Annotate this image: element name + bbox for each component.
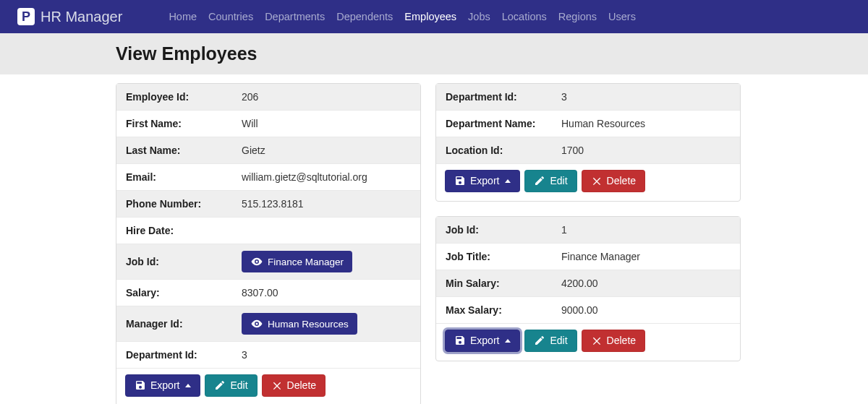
job-actions: Export Edit Delete (436, 324, 740, 361)
export-label: Export (470, 175, 499, 187)
field-label: Manager Id: (126, 318, 242, 330)
field-label: Phone Number: (126, 198, 242, 210)
nav-regions[interactable]: Regions (558, 11, 597, 22)
page-title: View Employees (116, 43, 868, 64)
employee-column: Employee Id:206 First Name:Will Last Nam… (116, 83, 421, 404)
caret-up-icon (505, 339, 511, 343)
field-label: Department Id: (126, 349, 242, 361)
field-label: First Name: (126, 118, 242, 129)
field-value: 3 (242, 349, 411, 361)
delete-button[interactable]: Delete (582, 170, 645, 192)
field-label: Last Name: (126, 145, 242, 156)
job-card: Job Id:1 Job Title:Finance Manager Min S… (435, 216, 741, 361)
export-label: Export (150, 379, 179, 392)
edit-label: Edit (550, 175, 567, 187)
close-icon (591, 175, 603, 186)
edit-label: Edit (230, 379, 247, 392)
field-value: 9000.00 (561, 304, 731, 316)
nav-users[interactable]: Users (608, 11, 636, 22)
field-label: Email: (126, 171, 242, 183)
field-label: Department Id: (446, 91, 561, 103)
edit-button[interactable]: Edit (524, 170, 576, 192)
field-label: Employee Id: (126, 91, 242, 103)
chip-label: Finance Manager (268, 257, 344, 267)
field-value: william.gietz@sqltutorial.org (242, 171, 411, 183)
caret-up-icon (185, 384, 191, 387)
close-icon (591, 335, 603, 346)
top-navbar: P HR Manager Home Countries Departments … (0, 0, 868, 33)
nav-countries[interactable]: Countries (208, 11, 253, 22)
field-label: Salary: (126, 287, 242, 298)
edit-button[interactable]: Edit (205, 374, 257, 397)
brand-logo: P (17, 8, 35, 25)
field-value: 1700 (561, 145, 731, 156)
nav-home[interactable]: Home (169, 11, 197, 22)
nav-jobs[interactable]: Jobs (468, 11, 490, 22)
page-subheader: View Employees (0, 33, 868, 74)
field-value: Will (242, 118, 411, 129)
nav-links: Home Countries Departments Dependents Em… (169, 11, 636, 22)
export-button[interactable]: Export (445, 330, 520, 352)
field-value: 206 (242, 91, 411, 103)
nav-departments[interactable]: Departments (265, 11, 325, 22)
eye-icon (250, 317, 263, 330)
pencil-icon (214, 379, 226, 391)
delete-label: Delete (607, 175, 636, 187)
manager-id-chip[interactable]: Human Resources (242, 313, 357, 335)
field-value: 3 (561, 91, 731, 103)
chip-label: Human Resources (268, 319, 349, 330)
department-card: Department Id:3 Department Name:Human Re… (435, 83, 741, 202)
export-button[interactable]: Export (125, 374, 200, 397)
field-label: Job Title: (446, 251, 561, 262)
edit-button[interactable]: Edit (524, 330, 576, 352)
field-label: Job Id: (446, 224, 561, 236)
job-id-chip[interactable]: Finance Manager (242, 251, 352, 272)
nav-locations[interactable]: Locations (502, 11, 547, 22)
close-icon (271, 379, 283, 391)
field-value: Gietz (242, 145, 411, 156)
edit-label: Edit (550, 335, 567, 347)
field-value: 1 (561, 224, 731, 236)
delete-label: Delete (607, 335, 636, 347)
delete-label: Delete (287, 379, 316, 392)
save-icon (454, 175, 466, 186)
content-area: Employee Id:206 First Name:Will Last Nam… (116, 83, 868, 404)
field-value: 8307.00 (242, 287, 411, 298)
save-icon (454, 335, 466, 346)
brand-block[interactable]: P HR Manager (17, 8, 122, 25)
field-value: 4200.00 (561, 278, 731, 289)
caret-up-icon (505, 179, 511, 183)
field-label: Location Id: (446, 145, 561, 156)
export-label: Export (470, 335, 499, 347)
employee-card: Employee Id:206 First Name:Will Last Nam… (116, 83, 421, 404)
pencil-icon (534, 175, 545, 186)
field-label: Max Salary: (446, 304, 561, 316)
field-label: Department Name: (446, 118, 561, 129)
pencil-icon (534, 335, 545, 346)
delete-button[interactable]: Delete (262, 374, 326, 397)
field-value: Human Resources (561, 118, 731, 129)
eye-icon (250, 255, 263, 268)
field-label: Job Id: (126, 256, 242, 267)
field-value: 515.123.8181 (242, 198, 411, 210)
field-label: Hire Date: (126, 225, 242, 236)
nav-dependents[interactable]: Dependents (336, 11, 393, 22)
employee-actions: Export Edit Delete (116, 369, 420, 404)
field-value: Finance Manager (561, 251, 731, 262)
delete-button[interactable]: Delete (582, 330, 645, 352)
department-actions: Export Edit Delete (436, 164, 740, 201)
field-label: Min Salary: (446, 278, 561, 289)
brand-text: HR Manager (41, 9, 122, 25)
nav-employees[interactable]: Employees (404, 11, 456, 22)
save-icon (135, 379, 146, 391)
export-button[interactable]: Export (445, 170, 520, 192)
